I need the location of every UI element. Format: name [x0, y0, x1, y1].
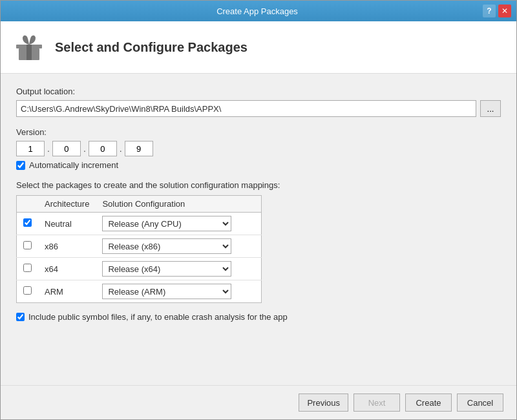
package-checkbox-2[interactable]: [23, 264, 32, 272]
browse-button[interactable]: ...: [480, 100, 501, 117]
row-checkbox-cell: [17, 235, 39, 258]
version-part1-input[interactable]: [16, 141, 45, 156]
config-select-0[interactable]: Release (Any CPU): [102, 216, 231, 231]
config-cell: Release (ARM): [96, 280, 261, 303]
table-section-label: Select the packages to create and the so…: [16, 180, 501, 190]
package-checkbox-1[interactable]: [23, 241, 32, 249]
auto-increment-checkbox[interactable]: [16, 161, 25, 170]
version-section: Version: . . . Automatically increment: [16, 127, 501, 170]
table-row: NeutralRelease (Any CPU): [17, 213, 262, 235]
architecture-cell: ARM: [38, 280, 96, 303]
title-bar-controls: ? ✕: [483, 5, 511, 17]
symbol-files-label: Include public symbol files, if any, to …: [28, 312, 288, 322]
config-select-2[interactable]: Release (x64): [102, 261, 231, 277]
dialog-content: Select and Configure Packages Output loc…: [1, 21, 516, 419]
previous-button[interactable]: Previous: [299, 394, 348, 412]
version-sep-3: .: [120, 143, 122, 154]
table-row: ARMRelease (ARM): [17, 280, 262, 303]
next-button[interactable]: Next: [353, 394, 400, 412]
output-location-label: Output location:: [16, 87, 501, 96]
row-checkbox-cell: [17, 280, 39, 303]
architecture-cell: x64: [38, 258, 96, 280]
package-checkbox-3[interactable]: [23, 286, 32, 295]
output-location-row: ...: [16, 100, 501, 117]
header-title: Select and Configure Packages: [55, 40, 248, 55]
footer: Previous Next Create Cancel: [1, 385, 516, 419]
title-bar: Create App Packages ? ✕: [1, 1, 516, 21]
svg-rect-2: [26, 45, 32, 60]
auto-increment-row: Automatically increment: [16, 160, 501, 170]
row-checkbox-cell: [17, 213, 39, 235]
header-section: Select and Configure Packages: [1, 21, 516, 74]
version-part4-input[interactable]: [125, 141, 153, 156]
version-part3-input[interactable]: [89, 141, 117, 156]
window-title: Create App Packages: [32, 6, 483, 16]
config-cell: Release (Any CPU): [96, 213, 261, 235]
create-button[interactable]: Create: [405, 394, 452, 412]
version-label: Version:: [16, 127, 501, 137]
col-header-arch: Architecture: [38, 196, 96, 213]
close-button[interactable]: ✕: [498, 5, 511, 17]
gift-icon: [14, 32, 45, 63]
row-checkbox-cell: [17, 258, 39, 280]
architecture-cell: x86: [38, 235, 96, 258]
output-location-input[interactable]: [16, 100, 476, 117]
help-button[interactable]: ?: [483, 5, 496, 17]
packages-table: Architecture Solution Configuration Neut…: [16, 195, 262, 303]
version-row: . . .: [16, 141, 501, 156]
main-content: Output location: ... Version: . . .: [1, 74, 516, 385]
version-part2-input[interactable]: [52, 141, 81, 156]
main-window: Create App Packages ? ✕ Select and Confi…: [0, 0, 517, 420]
version-sep-1: .: [47, 143, 50, 154]
architecture-cell: Neutral: [38, 213, 96, 235]
config-cell: Release (x64): [96, 258, 261, 280]
symbol-files-checkbox[interactable]: [16, 313, 25, 321]
cancel-button[interactable]: Cancel: [457, 394, 503, 412]
table-row: x64Release (x64): [17, 258, 262, 280]
config-select-3[interactable]: Release (ARM): [102, 284, 231, 299]
col-header-config: Solution Configuration: [96, 196, 261, 213]
symbol-row: Include public symbol files, if any, to …: [16, 312, 501, 322]
col-header-check: [17, 196, 39, 213]
package-checkbox-0[interactable]: [23, 218, 32, 227]
config-select-1[interactable]: Release (x86): [102, 238, 231, 254]
auto-increment-label: Automatically increment: [29, 160, 118, 170]
table-row: x86Release (x86): [17, 235, 262, 258]
config-cell: Release (x86): [96, 235, 261, 258]
version-sep-2: .: [83, 143, 86, 154]
